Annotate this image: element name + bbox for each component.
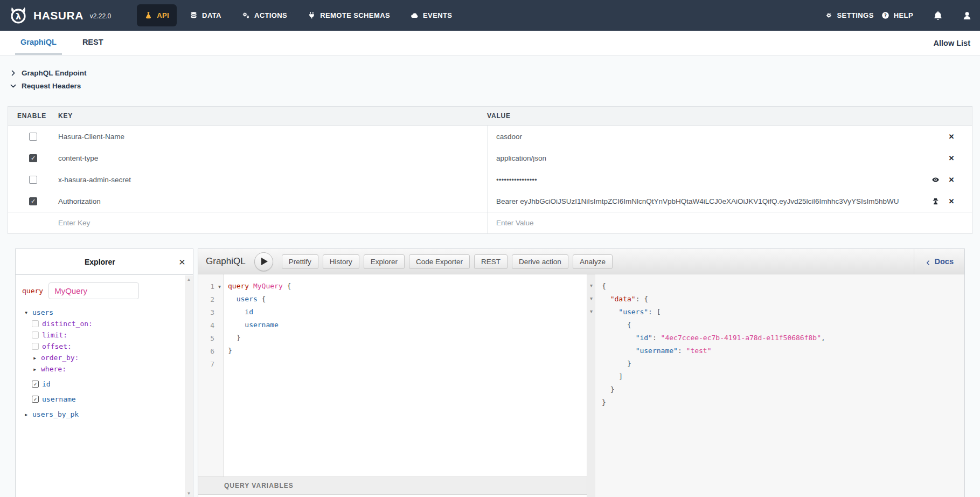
explorer-node-users[interactable]: ▾users bbox=[22, 307, 186, 318]
result-line: ] bbox=[602, 370, 964, 383]
query-variables-bar[interactable]: QUERY VARIABLES bbox=[198, 477, 587, 495]
tab-graphiql[interactable]: GraphiQL bbox=[15, 31, 62, 55]
header-key-input[interactable]: x-hasura-admin-secret bbox=[58, 169, 487, 190]
header-enable-checkbox[interactable] bbox=[29, 176, 37, 184]
line-number: 6 bbox=[198, 344, 223, 357]
scroll-down-icon[interactable]: ▼ bbox=[187, 491, 191, 496]
close-icon[interactable]: ✕ bbox=[947, 175, 956, 184]
section-graphql-endpoint[interactable]: GraphQL Endpoint bbox=[8, 66, 972, 79]
explorer-title: Explorer bbox=[22, 258, 178, 266]
close-icon[interactable]: ✕ bbox=[947, 132, 956, 141]
result-panel: ▾▾▾ { "data": { "users": [ { "id": "4ec7… bbox=[587, 274, 964, 497]
graphiql-panel: GraphiQL PrettifyHistoryExplorerCode Exp… bbox=[198, 248, 965, 497]
nav-item-remote-schemas[interactable]: REMOTE SCHEMAS bbox=[300, 4, 398, 26]
fold-arrow-icon[interactable]: ▾ bbox=[216, 284, 223, 289]
header-key-input[interactable]: Authorization bbox=[58, 190, 487, 212]
explorer-node-offset[interactable]: offset: bbox=[22, 341, 186, 352]
explorer-titlebar: Explorer × bbox=[16, 249, 193, 275]
fold-spacer bbox=[587, 383, 595, 396]
fold-arrow-icon[interactable]: ▾ bbox=[587, 306, 595, 319]
prettify-button[interactable]: Prettify bbox=[282, 254, 318, 269]
explorer-scrollbar[interactable]: ▲ ▼ bbox=[185, 275, 193, 497]
code-line: users { bbox=[228, 293, 587, 306]
tree-expand-icon[interactable]: ▸ bbox=[32, 354, 38, 362]
nav-item-api[interactable]: API bbox=[137, 4, 177, 26]
scroll-up-icon[interactable]: ▲ bbox=[187, 277, 191, 282]
nav-item-help[interactable]: ?HELP bbox=[880, 7, 914, 24]
analyze-button[interactable]: Analyze bbox=[573, 254, 613, 269]
new-header-value-input[interactable] bbox=[496, 219, 972, 227]
execute-query-button[interactable] bbox=[254, 252, 273, 271]
chevron-down-icon bbox=[10, 82, 17, 89]
nav-item-data[interactable]: DATA bbox=[182, 4, 229, 26]
line-number: 4 bbox=[198, 319, 223, 332]
gears-icon bbox=[242, 11, 250, 19]
secret-icon[interactable] bbox=[931, 197, 940, 205]
header-value-input[interactable]: ••••••••••••••••✕ bbox=[487, 169, 972, 190]
query-editor[interactable]: 1▾234567 query MyQuery { users { id user… bbox=[198, 274, 587, 477]
rest-button[interactable]: REST bbox=[474, 254, 508, 269]
explorer-close-icon[interactable]: × bbox=[178, 256, 186, 267]
explorer-panel: Explorer × query ▾usersdistinct_on:limit… bbox=[15, 248, 193, 497]
explorer-node-users-by-pk[interactable]: ▸users_by_pk bbox=[22, 409, 186, 420]
header-value-input[interactable]: application/json✕ bbox=[487, 147, 972, 169]
tab-rest[interactable]: REST bbox=[77, 31, 109, 55]
result-line: } bbox=[602, 383, 964, 396]
explorer-field-checkbox[interactable] bbox=[32, 320, 39, 327]
request-headers-table: ENABLEKEYVALUE Hasura-Client-Namecasdoor… bbox=[8, 106, 972, 234]
nav-item-events[interactable]: EVENTS bbox=[403, 4, 460, 26]
explorer-body: query ▾usersdistinct_on:limit:offset:▸or… bbox=[16, 275, 193, 420]
eye-icon[interactable] bbox=[931, 175, 940, 184]
fold-spacer bbox=[587, 396, 595, 409]
editor-code[interactable]: query MyQuery { users { id username }} bbox=[224, 274, 587, 477]
close-icon[interactable]: ✕ bbox=[947, 197, 956, 205]
user-icon[interactable] bbox=[962, 10, 972, 21]
explorer-node-order-by[interactable]: ▸order_by: bbox=[22, 352, 186, 363]
header-value-input[interactable]: Bearer eyJhbGciOiJSUzI1NiIsImtpZCI6ImNlc… bbox=[487, 190, 972, 212]
editor-gutter: 1▾234567 bbox=[198, 274, 224, 477]
tree-collapse-icon[interactable]: ▾ bbox=[23, 309, 29, 316]
query-keyword-label: query bbox=[22, 287, 43, 295]
fold-arrow-icon[interactable]: ▾ bbox=[587, 293, 595, 306]
explorer-button[interactable]: Explorer bbox=[364, 254, 405, 269]
explorer-node-username[interactable]: ✓username bbox=[22, 394, 186, 405]
column-header-value: VALUE bbox=[487, 112, 972, 120]
nav-item-actions[interactable]: ACTIONS bbox=[234, 4, 295, 26]
derive-action-button[interactable]: Derive action bbox=[512, 254, 568, 269]
explorer-field-checkbox[interactable] bbox=[32, 343, 39, 350]
hasura-logo-icon[interactable]: λ bbox=[8, 5, 29, 26]
toolbar-buttons: PrettifyHistoryExplorerCode ExporterREST… bbox=[282, 254, 613, 269]
new-header-key-input[interactable] bbox=[58, 219, 482, 227]
close-icon[interactable]: ✕ bbox=[947, 154, 956, 162]
explorer-node-distinct-on[interactable]: distinct_on: bbox=[22, 318, 186, 329]
docs-button[interactable]: Docs bbox=[914, 249, 964, 274]
explorer-node-label: where: bbox=[41, 365, 66, 373]
explorer-field-checkbox[interactable] bbox=[32, 332, 39, 339]
bell-icon[interactable] bbox=[933, 10, 943, 21]
query-name-input[interactable] bbox=[48, 282, 139, 299]
allow-list-link[interactable]: Allow List bbox=[934, 31, 972, 55]
explorer-node-where[interactable]: ▸where: bbox=[22, 363, 186, 375]
header-key-input[interactable]: Hasura-Client-Name bbox=[58, 126, 487, 147]
header-enable-checkbox[interactable]: ✓ bbox=[29, 197, 37, 205]
header-enable-checkbox[interactable]: ✓ bbox=[29, 154, 37, 162]
explorer-field-checkbox[interactable]: ✓ bbox=[32, 381, 39, 388]
fold-arrow-icon[interactable]: ▾ bbox=[587, 280, 595, 293]
explorer-field-checkbox[interactable]: ✓ bbox=[32, 396, 39, 403]
code-exporter-button[interactable]: Code Exporter bbox=[409, 254, 470, 269]
explorer-node-id[interactable]: ✓id bbox=[22, 378, 186, 390]
nav-item-settings[interactable]: SETTINGS bbox=[824, 7, 875, 24]
line-number: 1▾ bbox=[198, 280, 223, 293]
tree-expand-icon[interactable]: ▸ bbox=[32, 365, 38, 373]
section-request-headers[interactable]: Request Headers bbox=[8, 79, 972, 92]
result-gutter: ▾▾▾ bbox=[587, 274, 595, 497]
explorer-node-label: distinct_on: bbox=[42, 320, 93, 328]
explorer-node-limit[interactable]: limit: bbox=[22, 329, 186, 341]
header-enable-checkbox[interactable] bbox=[29, 133, 37, 141]
history-button[interactable]: History bbox=[323, 254, 359, 269]
explorer-node-label: users_by_pk bbox=[32, 410, 79, 418]
query-variables-editor[interactable] bbox=[198, 495, 587, 497]
tree-expand-icon[interactable]: ▸ bbox=[23, 411, 29, 418]
header-key-input[interactable]: content-type bbox=[58, 147, 487, 169]
header-value-input[interactable]: casdoor✕ bbox=[487, 126, 972, 147]
